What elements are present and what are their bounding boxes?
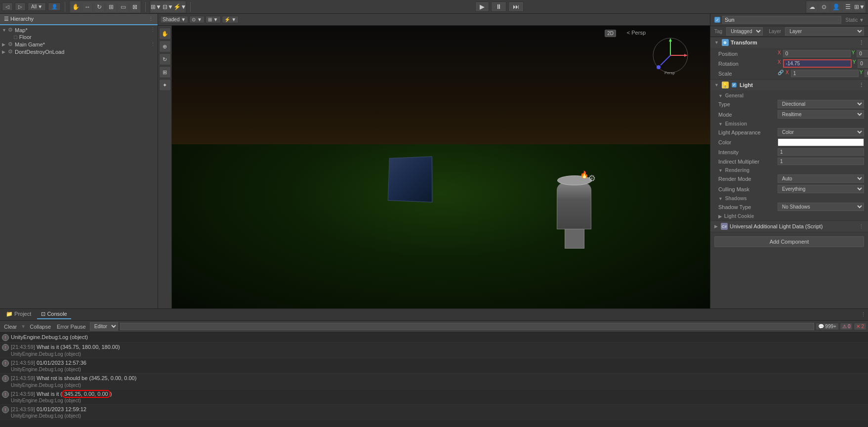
- hierarchy-content: ▼ ⚙ Map* ⋮ □ Floor ▶ ⚙ Main Game* ⋮ ▶ ⚙: [0, 25, 158, 308]
- two-d-btn[interactable]: 2D: [605, 30, 616, 37]
- all-dropdown[interactable]: All ▼: [28, 2, 46, 11]
- layer-dropdown[interactable]: Layer: [785, 27, 864, 36]
- rot-y-input[interactable]: [858, 59, 868, 68]
- inspector-tag-row: Tag Untagged Layer Layer: [710, 26, 868, 37]
- editor-dropdown[interactable]: Editor: [90, 322, 118, 331]
- console-row-1[interactable]: ! [21:43:59] What is it (345.75, 180.00,…: [0, 342, 868, 358]
- hierarchy-item-dontdestroy[interactable]: ▶ ⚙ DontDestroyOnLoad: [0, 48, 158, 55]
- light-fold-arrow: ▼: [714, 83, 719, 87]
- account-btn[interactable]: 👤: [48, 2, 61, 11]
- script-component: ▶ C# Universal Additional Light Data (Sc…: [710, 221, 868, 232]
- rotate-tool[interactable]: ↻: [94, 1, 105, 12]
- hierarchy-item-maingame[interactable]: ▶ ⚙ Main Game* ⋮: [0, 41, 158, 48]
- tag-dropdown[interactable]: Untagged: [726, 27, 763, 36]
- bottom-panel-menu[interactable]: ⋮: [861, 311, 866, 318]
- hand-tool[interactable]: ✋: [70, 1, 81, 12]
- transform-tool[interactable]: ⊠: [129, 1, 140, 12]
- hierarchy-item-map[interactable]: ▼ ⚙ Map* ⋮: [0, 26, 158, 34]
- indirect-multiplier-input[interactable]: [778, 158, 864, 165]
- script-menu[interactable]: ⋮: [859, 223, 864, 230]
- color-swatch[interactable]: [778, 138, 864, 146]
- console-warn-icon-4: !: [2, 391, 9, 398]
- collapse-btn[interactable]: Collapse: [28, 323, 53, 330]
- step-btn[interactable]: ⏭: [508, 1, 524, 12]
- rotation-value: X Y Z: [778, 59, 868, 68]
- collab-btn[interactable]: ☁: [807, 1, 818, 12]
- rect-tool[interactable]: ▭: [118, 1, 128, 12]
- light-header[interactable]: ▼ 💡 ✓ Light ⋮: [710, 80, 868, 90]
- pos-x-input[interactable]: [783, 50, 851, 57]
- snap2-btn[interactable]: ⚡▼: [174, 1, 185, 12]
- cylinder-object: ⚙ 🔥: [557, 180, 591, 229]
- maingame-more[interactable]: ⋮: [150, 41, 156, 47]
- grid-btn[interactable]: ⊟▼: [163, 1, 173, 12]
- hierarchy-menu-btn[interactable]: ⋮: [148, 16, 154, 22]
- scene-grid-dropdown[interactable]: ⊞ ▼: [206, 16, 221, 23]
- console-search-input[interactable]: [120, 323, 815, 330]
- layout-btn[interactable]: ⊞▼: [854, 1, 865, 12]
- layers-btn[interactable]: ☰: [842, 1, 853, 12]
- object-enabled-checkbox[interactable]: ✓: [714, 17, 720, 23]
- back-btn[interactable]: ◁: [2, 2, 13, 11]
- map-more[interactable]: ⋮: [150, 27, 156, 33]
- console-row-3[interactable]: ! [21:43:59] What rot is should be (345.…: [0, 374, 868, 389]
- services-btn[interactable]: ⊙: [819, 1, 829, 12]
- intensity-input[interactable]: [778, 148, 864, 156]
- hand-scene-btn[interactable]: ✋: [159, 28, 171, 40]
- project-tab-icon: 📁: [6, 311, 13, 317]
- account2-btn[interactable]: 👤: [830, 1, 841, 12]
- hierarchy-item-floor[interactable]: □ Floor: [0, 34, 158, 41]
- console-counters: 💬 999+ ⚠ 0 ✕ 2: [816, 323, 866, 330]
- transform-header[interactable]: ▼ ⊕ Transform ⋮: [710, 37, 868, 48]
- pause-btn[interactable]: ⏸: [491, 1, 506, 12]
- console-row-2[interactable]: ! [21:43:59] 01/01/2023 12:57:36 UnityEn…: [0, 358, 868, 374]
- clear-btn[interactable]: Clear: [2, 323, 19, 330]
- script-header[interactable]: ▶ C# Universal Additional Light Data (Sc…: [710, 221, 868, 232]
- shadow-type-label: Shadow Type: [718, 204, 778, 210]
- move-scene-btn[interactable]: ⊕: [159, 41, 171, 52]
- svg-marker-13: [684, 54, 688, 57]
- console-row-0[interactable]: ! UnityEngine.Debug:Log (object): [0, 333, 868, 342]
- render-mode-dropdown[interactable]: Auto: [778, 174, 864, 183]
- custom-scene-btn[interactable]: ✦: [159, 79, 171, 91]
- scene-gizmo-dropdown[interactable]: ⊙ ▼: [189, 16, 205, 23]
- scale-tool[interactable]: ⊞: [106, 1, 117, 12]
- right-panel: ✓ Static ▼ Tag Untagged Layer Layer ▼ ⊕ …: [710, 14, 868, 308]
- type-label: Type: [718, 101, 778, 107]
- object-name-field[interactable]: [722, 16, 841, 24]
- play-btn[interactable]: ▶: [475, 1, 489, 12]
- scene-snap-dropdown[interactable]: ⚡ ▼: [222, 16, 239, 23]
- culling-mask-dropdown[interactable]: Everything: [778, 185, 864, 193]
- forward-btn[interactable]: ▷: [15, 2, 26, 11]
- console-row-5[interactable]: ! [21:43:59] 01/01/2023 12:59:12 UnityEn…: [0, 405, 868, 420]
- transform-tools: ✋ ↔ ↻ ⊞ ▭ ⊠: [69, 0, 141, 13]
- pos-y-label: Y: [852, 50, 855, 57]
- tab-project[interactable]: 📁 Project: [2, 310, 35, 319]
- rotate-scene-btn[interactable]: ↻: [159, 53, 171, 65]
- console-row-4[interactable]: ! [21:43:59] What is it (345.25, 0.00, 0…: [0, 389, 868, 405]
- light-appearance-dropdown[interactable]: Color: [778, 128, 864, 136]
- add-component-btn[interactable]: Add Component: [714, 236, 864, 247]
- mode-dropdown[interactable]: Realtime: [778, 110, 864, 119]
- shadow-type-dropdown[interactable]: No Shadows: [778, 203, 864, 211]
- error-pause-btn[interactable]: Error Pause: [55, 323, 88, 330]
- scene-view-dropdown[interactable]: Shaded ▼: [160, 16, 188, 23]
- transform-menu[interactable]: ⋮: [859, 40, 864, 46]
- hierarchy-tab[interactable]: ☰ Hierarchy ⋮: [0, 14, 158, 25]
- render-mode-row: Render Mode Auto: [710, 173, 868, 184]
- light-menu[interactable]: ⋮: [859, 82, 864, 88]
- dontdestroy-icon: ⚙: [8, 48, 13, 55]
- transform-title: Transform: [731, 40, 757, 45]
- pos-y-input[interactable]: [857, 50, 868, 57]
- scale-scene-btn[interactable]: ⊞: [159, 66, 171, 78]
- rot-x-input[interactable]: [783, 59, 852, 68]
- sc-y-input[interactable]: [865, 70, 868, 77]
- light-enabled-checkbox[interactable]: ✓: [732, 83, 737, 87]
- move-tool[interactable]: ↔: [82, 1, 93, 12]
- tab-console[interactable]: ⊡ Console: [37, 310, 71, 319]
- type-dropdown[interactable]: Directional: [778, 100, 864, 108]
- sc-x-input[interactable]: [791, 70, 859, 77]
- type-value: Directional: [778, 100, 864, 108]
- snap-btn[interactable]: ⊞▼: [151, 1, 162, 12]
- culling-mask-label: Culling Mask: [718, 186, 778, 192]
